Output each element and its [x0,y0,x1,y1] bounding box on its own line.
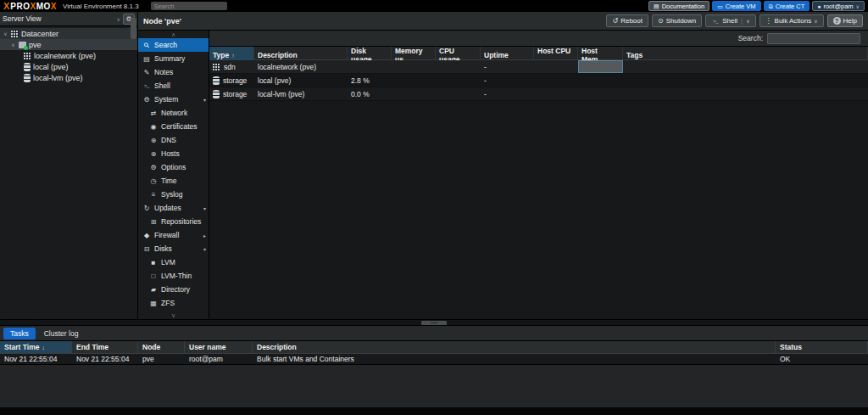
menu-item-notes[interactable]: ✎Notes [138,65,209,79]
menu-item-repositories[interactable]: ⊞Repositories [138,215,209,228]
menu-item-options[interactable]: ⚙Options [138,160,209,174]
create-ct-button[interactable]: ⧉Create CT [764,1,810,11]
datacenter-icon [11,30,19,37]
menu-item-certificates[interactable]: ◉Certificates [138,120,209,133]
menu-item-shell[interactable]: >_Shell [138,79,209,93]
notes-icon: ✎ [142,69,151,76]
tasks-panel: Tasks Cluster log Start Time↓ End Time N… [0,326,868,407]
tree-item-pve[interactable]: ∨ pve [0,39,137,50]
tasks-table-header: Start Time↓ End Time Node User name Desc… [0,340,868,354]
menu-item-system[interactable]: ⚙System▾ [138,93,209,106]
tree-item-label: Datacenter [21,30,58,38]
table-row[interactable]: storage local (pve) 2.8 % - [209,74,868,87]
resource-table-header: Type↑ Description Disk usage... Memory u… [209,47,868,60]
bottom-strip [0,407,868,415]
tasks-empty-area [0,365,868,407]
table-toolbar: Search: [209,31,868,47]
view-selector-label: Server View [3,14,42,23]
header-actions: ▤Documentation ▭Create VM ⧉Create CT ●ro… [648,1,865,11]
menu-scroll-down[interactable]: ∨ [138,311,209,319]
tree-item-datacenter[interactable]: ∨ Datacenter [0,28,137,39]
menu-item-dns[interactable]: ⊕DNS [138,133,209,147]
splitter-drag-handle[interactable] [421,321,447,325]
column-user-name[interactable]: User name [185,341,253,353]
sort-asc-icon: ↑ [231,53,235,59]
chevron-up-icon: ∧ [171,31,175,37]
zfs-grid-icon: ▦ [149,300,158,307]
tree-item-localnetwork[interactable]: localnetwork (pve) [0,50,137,61]
column-start-time[interactable]: Start Time↓ [0,341,72,353]
node-menu: ∧ ⚲Search ▤Summary ✎Notes >_Shell ⚙Syste… [138,31,209,319]
selected-cell[interactable] [578,60,623,73]
tasks-tabs: Tasks Cluster log [0,326,868,340]
menu-item-time[interactable]: ◷Time [138,174,209,188]
table-row[interactable]: storage local-lvm (pve) 0.0 % - [209,87,868,101]
chevron-down-icon: ∨ [814,18,817,24]
documentation-button[interactable]: ▤Documentation [648,1,709,11]
menu-item-lvm[interactable]: ■LVM [138,255,209,269]
node-online-icon [19,42,26,48]
disk-icon: ⊟ [142,245,151,253]
status-value: OK [776,354,868,364]
global-search-input[interactable] [151,2,227,10]
collapse-icon[interactable]: ∨ [3,31,8,36]
table-row[interactable]: sdn localnetwork (pve) - [209,60,868,74]
menu-item-hosts[interactable]: ⊕Hosts [138,147,209,160]
menu-item-directory[interactable]: ▰Directory [138,283,209,296]
chevron-down-icon: ∨ [171,312,175,318]
list-icon: ≡ [149,191,158,199]
tab-tasks[interactable]: Tasks [3,328,36,339]
tree-item-local[interactable]: local (pve) [0,61,137,72]
shutdown-button[interactable]: ⊙Shutdown [652,14,702,27]
menu-item-search[interactable]: ⚲Search [138,38,209,52]
menu-item-syslog[interactable]: ≡Syslog [138,188,209,201]
book-icon: ▤ [654,3,659,9]
top-header: X PROXMOX Virtual Environment 8.1.3 ▤Doc… [0,0,868,12]
globe-icon: ⊕ [149,150,158,158]
menu-item-zfs[interactable]: ▦ZFS [138,296,209,310]
shell-button[interactable]: >_Shell|∨ [705,14,755,27]
menu-item-lvm-thin[interactable]: □LVM-Thin [138,269,209,283]
network-icon: ⇄ [149,109,158,117]
column-end-time[interactable]: End Time [72,341,138,353]
repository-icon: ⊞ [149,218,158,226]
create-vm-button[interactable]: ▭Create VM [712,1,760,11]
column-node[interactable]: Node [138,341,185,353]
terminal-icon: >_ [711,19,720,24]
menu-item-network[interactable]: ⇄Network [138,106,209,120]
reboot-icon: ↺ [612,18,618,25]
chevron-down-icon: ∨ [856,3,860,9]
folder-icon: ▰ [149,286,158,294]
table-search-input[interactable] [767,33,860,44]
version-label: Virtual Environment 8.1.3 [63,3,139,10]
bulk-actions-button[interactable]: ⋮Bulk Actions∨ [760,14,824,27]
refresh-icon: ↻ [142,205,151,212]
help-button[interactable]: ?Help [827,14,863,27]
tree-item-local-lvm[interactable]: local-lvm (pve) [0,72,137,83]
user-icon: ● [817,3,821,9]
menu-item-summary[interactable]: ▤Summary [138,52,209,65]
caret-down-icon: ▾ [203,97,206,103]
proxmox-app: X PROXMOX Virtual Environment 8.1.3 ▤Doc… [0,0,868,415]
collapse-icon[interactable]: ∨ [10,42,16,48]
container-icon: ⧉ [769,3,773,9]
menu-item-updates[interactable]: ↻Updates▾ [138,201,209,215]
task-row[interactable]: Nov 21 22:55:04 Nov 21 22:55:04 pve root… [0,354,868,365]
tree-item-label: local (pve) [33,63,69,71]
column-task-description[interactable]: Description [253,341,776,353]
reboot-button[interactable]: ↺Reboot [606,14,648,27]
certificate-icon: ◉ [149,123,158,131]
tab-cluster-log[interactable]: Cluster log [37,328,86,339]
proxmox-logo: X PROXMOX [3,1,57,11]
terminal-icon: >_ [142,83,151,88]
sdn-network-icon [24,52,31,59]
column-status[interactable]: Status [776,341,868,353]
user-menu-button[interactable]: ●root@pam∨ [812,1,865,11]
search-icon: ⚲ [141,39,152,50]
search-panel: Search: Type↑ Description Disk usage... … [209,31,868,319]
menu-scroll-up[interactable]: ∧ [138,31,209,38]
view-selector[interactable]: Server View ∨ ⚙ [0,12,137,26]
tree-scrollbar-thumb[interactable] [131,18,136,39]
menu-item-disks[interactable]: ⊟Disks▾ [138,242,209,255]
menu-item-firewall[interactable]: ◆Firewall▸ [138,228,209,242]
